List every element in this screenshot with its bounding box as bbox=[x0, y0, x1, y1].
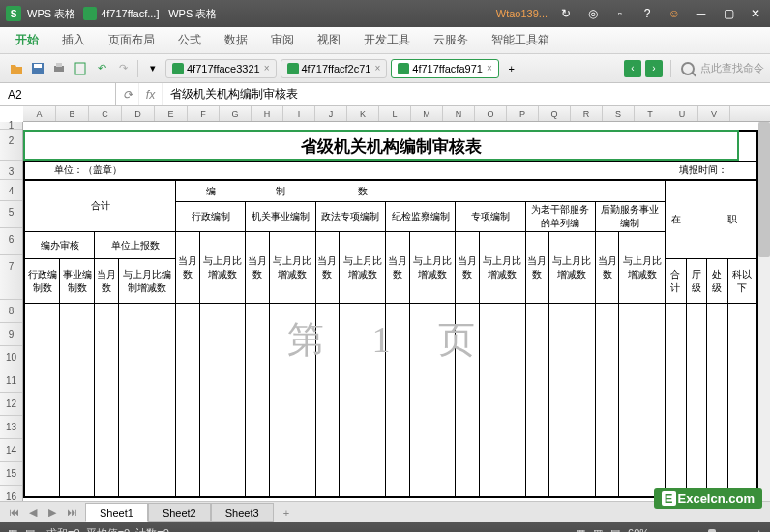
row-header[interactable]: 7 bbox=[0, 255, 22, 300]
menu-start[interactable]: 开始 bbox=[4, 28, 50, 52]
sheet-last-button[interactable]: ⏭ bbox=[62, 506, 81, 518]
row-header[interactable]: 5 bbox=[0, 201, 22, 228]
col-header[interactable]: V bbox=[698, 106, 730, 121]
row-header[interactable]: 2 bbox=[0, 130, 22, 161]
col-header[interactable]: H bbox=[252, 106, 283, 121]
row-header[interactable]: 10 bbox=[0, 346, 22, 369]
menu-data[interactable]: 数据 bbox=[213, 28, 259, 52]
formula-input[interactable]: 省级机关机构编制审核表 bbox=[163, 86, 770, 103]
cell-reference[interactable]: A2 bbox=[0, 83, 116, 105]
col-header[interactable]: K bbox=[347, 106, 379, 121]
col-header[interactable]: F bbox=[188, 106, 220, 121]
sync-icon[interactable]: ↻ bbox=[557, 5, 575, 22]
close-icon[interactable]: × bbox=[374, 63, 380, 74]
row-header[interactable]: 1 bbox=[0, 122, 22, 130]
zoom-thumb[interactable] bbox=[708, 529, 716, 533]
file-tab-2[interactable]: 4f717ffacfa971× bbox=[391, 59, 498, 78]
maximize-button[interactable]: ▢ bbox=[720, 5, 737, 22]
help-icon[interactable]: ? bbox=[638, 5, 656, 22]
col-header[interactable]: T bbox=[635, 106, 666, 121]
col-header[interactable]: C bbox=[89, 106, 122, 121]
row-header[interactable]: 16 bbox=[0, 486, 22, 501]
menu-cloud[interactable]: 云服务 bbox=[422, 28, 480, 52]
sheet-prev-button[interactable]: ◀ bbox=[23, 506, 43, 518]
zoom-in-button[interactable]: + bbox=[756, 527, 762, 532]
col-header[interactable]: R bbox=[571, 106, 603, 121]
view-break-icon[interactable]: ▤ bbox=[610, 527, 620, 533]
sheet-first-button[interactable]: ⏮ bbox=[4, 506, 23, 518]
open-icon[interactable] bbox=[9, 61, 24, 76]
skin-icon[interactable]: ▫ bbox=[611, 5, 629, 22]
preview-icon[interactable] bbox=[73, 61, 88, 76]
zoom-out-button[interactable]: − bbox=[657, 527, 663, 532]
col-header[interactable]: E bbox=[155, 106, 188, 121]
close-button[interactable]: ✕ bbox=[747, 5, 764, 22]
dropdown-icon[interactable]: ▾ bbox=[145, 61, 161, 76]
row-header[interactable]: 6 bbox=[0, 228, 22, 255]
col-header[interactable]: S bbox=[603, 106, 635, 121]
col-header[interactable]: B bbox=[56, 106, 89, 121]
print-icon[interactable] bbox=[51, 61, 67, 76]
search-icon[interactable] bbox=[681, 62, 695, 75]
menu-review[interactable]: 审阅 bbox=[259, 28, 306, 52]
row-header[interactable]: 14 bbox=[0, 439, 22, 462]
vertical-scrollbar[interactable] bbox=[758, 122, 770, 501]
col-header[interactable]: Q bbox=[539, 106, 571, 121]
scroll-thumb[interactable] bbox=[758, 122, 770, 257]
zoom-level[interactable]: 60% bbox=[628, 527, 649, 532]
menu-view[interactable]: 视图 bbox=[306, 28, 352, 52]
status-grid-icon[interactable]: ▦ bbox=[8, 527, 17, 533]
sheet-tab-1[interactable]: Sheet2 bbox=[148, 503, 211, 522]
col-header[interactable]: M bbox=[411, 106, 443, 121]
close-icon[interactable]: × bbox=[487, 63, 492, 74]
minimize-button[interactable]: ─ bbox=[693, 5, 710, 22]
menu-insert[interactable]: 插入 bbox=[50, 28, 97, 52]
user-name[interactable]: Wtao139... bbox=[496, 8, 548, 19]
add-tab-icon[interactable]: + bbox=[504, 61, 519, 76]
col-header[interactable]: J bbox=[315, 106, 347, 121]
col-header[interactable]: P bbox=[507, 106, 539, 121]
col-header[interactable]: U bbox=[666, 106, 698, 121]
row-header[interactable]: 12 bbox=[0, 393, 22, 416]
menu-smart[interactable]: 智能工具箱 bbox=[480, 28, 561, 52]
row-header[interactable]: 8 bbox=[0, 300, 22, 323]
col-header[interactable]: G bbox=[220, 106, 252, 121]
shield-icon[interactable]: ◎ bbox=[584, 5, 602, 22]
search-placeholder[interactable]: 点此查找命令 bbox=[700, 61, 764, 75]
redo-icon[interactable]: ↷ bbox=[115, 61, 131, 76]
menu-formula[interactable]: 公式 bbox=[166, 28, 213, 52]
menu-dev[interactable]: 开发工具 bbox=[352, 28, 422, 52]
row-header[interactable]: 13 bbox=[0, 416, 22, 439]
spreadsheet-grid[interactable]: A B C D E F G H I J K L M N O P Q R S T … bbox=[0, 106, 770, 501]
save-icon[interactable] bbox=[30, 61, 45, 76]
col-header[interactable]: A bbox=[23, 106, 56, 121]
sheet-next-button[interactable]: ▶ bbox=[43, 506, 62, 518]
file-tab-0[interactable]: 4f717fface3321× bbox=[165, 59, 277, 78]
tab-next-button[interactable]: › bbox=[645, 60, 663, 77]
row-header[interactable]: 3 bbox=[0, 161, 22, 180]
view-page-icon[interactable]: ▥ bbox=[593, 527, 603, 533]
menu-layout[interactable]: 页面布局 bbox=[97, 28, 166, 52]
col-header[interactable]: L bbox=[379, 106, 411, 121]
tab-prev-button[interactable]: ‹ bbox=[624, 60, 641, 77]
status-doc-icon[interactable]: ▤ bbox=[25, 527, 35, 533]
cancel-icon[interactable]: ⟳ bbox=[116, 83, 139, 105]
add-sheet-button[interactable]: + bbox=[274, 504, 299, 521]
col-header[interactable]: I bbox=[283, 106, 315, 121]
sheet-tab-2[interactable]: Sheet3 bbox=[211, 503, 274, 522]
row-header[interactable]: 4 bbox=[0, 180, 22, 201]
fx-icon[interactable]: fx bbox=[139, 83, 163, 105]
row-header[interactable]: 15 bbox=[0, 462, 22, 486]
col-header[interactable]: O bbox=[475, 106, 507, 121]
col-header[interactable]: D bbox=[122, 106, 155, 121]
row-header[interactable]: 11 bbox=[0, 369, 22, 393]
file-tab-1[interactable]: 4f717ffacf2c71× bbox=[281, 59, 388, 78]
undo-icon[interactable]: ↶ bbox=[94, 61, 109, 76]
close-icon[interactable]: × bbox=[264, 63, 270, 74]
row-header[interactable]: 9 bbox=[0, 323, 22, 346]
col-header[interactable]: N bbox=[443, 106, 475, 121]
sheet-tab-0[interactable]: Sheet1 bbox=[85, 503, 148, 522]
sheet-content[interactable]: 省级机关机构编制审核表 单位：（盖章） 填报时间： 合计 编 制 数 在 职 行… bbox=[23, 122, 758, 501]
feedback-icon[interactable]: ☺ bbox=[666, 5, 683, 22]
view-normal-icon[interactable]: ▦ bbox=[576, 527, 585, 533]
